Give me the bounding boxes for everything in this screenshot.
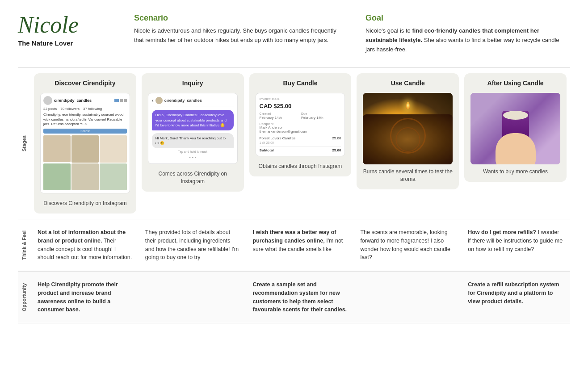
opportunity-cell-3: Create a sample set and recommendation s… [249,279,352,316]
ig-avatar [43,96,52,105]
think-cell-2: They provided lots of details about thei… [142,226,244,264]
stage-card-after: After Using Candle Wants to buy more can… [464,73,567,182]
ig-grid [43,135,127,191]
opportunity-cell-1: Help Cirendipity promote their product a… [34,279,136,316]
stages-label: Stages [21,135,27,151]
goal-text-before: Nicole's goal is to [365,27,412,34]
hand-shape [496,133,536,164]
candle-wax [503,111,528,120]
dm-avatar [155,97,163,104]
stages-row: Stages Discover Cirendipity cirendipity_… [18,68,570,219]
opportunity-cell-5: Create a refill subscription system for … [464,279,567,307]
invoice-item-price: 25.00 [332,136,341,140]
scenario-text: Nicole is adventurous and hikes regularl… [134,26,339,45]
stage-card-use: Use Candle Burns candle several times to… [357,73,459,189]
think-cell-4: The scents are memorable, looking forwar… [357,226,459,264]
invoice-subtotal-amount: 25.00 [332,148,341,152]
stage-title-after: After Using Candle [470,80,560,87]
scenario-section: Scenario Nicole is adventurous and hikes… [134,13,339,45]
opportunity-bold-1: Help Cirendipity promote their product a… [38,281,118,313]
invoice-created-col: Created February 14th [260,112,299,120]
persona-section: Nicole The Nature Lover [18,13,107,47]
think-cell-5: How do I get more refills? I wonder if t… [464,226,567,255]
invoice-dates: Created February 14th Due February 14th [260,112,341,120]
page: Nicole The Nature Lover Scenario Nicole … [0,0,588,332]
journey-table: Stages Discover Cirendipity cirendipity_… [18,67,570,323]
goal-section: Goal Nicole's goal is to find eco-friend… [365,13,570,54]
think-regular-2: They provided lots of details about thei… [145,229,239,260]
invoice-divider [260,146,341,147]
opportunity-label: Opportunity [21,283,27,311]
think-feel-label-cell: Think & Feel [18,219,30,271]
invoice-recipient-name: Mark Anderson [260,126,284,130]
think-feel-label: Think & Feel [21,230,27,260]
stage-description-use: Burns candle several times to test the a… [363,168,453,183]
stage-title-use: Use Candle [363,80,453,87]
stage-card-discover: Discover Cirendipity cirendipity_candles [34,73,136,214]
ig-following: 37 following [83,107,102,111]
stage-description-after: Wants to buy more candles [470,168,560,176]
persona-name: Nicole [18,13,107,37]
ig-account-name: cirendipity_candles [54,98,92,103]
stage-card-inquiry: Inquiry ‹ cirendipity_candles Hello, Cir… [142,73,244,192]
ig-grid-item [43,163,71,191]
dm-header: ‹ cirendipity_candles [152,97,234,106]
ig-grid-item [100,163,127,191]
header: Nicole The Nature Lover Scenario Nicole … [18,13,570,54]
stage-description-inquiry: Comes across Cirendipity on Instagram [148,170,238,185]
candle-flame [406,102,410,109]
invoice-subtotal: Subtotal 25.00 [260,148,341,152]
goal-text: Nicole's goal is to find eco-friendly ca… [365,26,570,54]
opportunity-row: Opportunity Help Cirendipity promote the… [18,272,570,323]
invoice-item-name: Forest Lovers Candles [260,136,295,140]
invoice-header-row: Invoice #001 [260,97,341,101]
invoice-created-date: February 14th [260,116,282,120]
stages-label-cell: Stages [18,68,30,219]
instagram-mockup: cirendipity_candles 22 posts 70 follower… [40,93,130,193]
dm-reply-message: Hi Mark, Sure! Thank you for reaching ou… [152,133,234,148]
invoice-due-label: Due [301,112,341,115]
ig-grid-item [100,135,127,163]
think-cell-3: I wish there was a better way of purchas… [249,226,352,255]
invoice-recipient: Recipient Mark Anderson themarkanderson@… [260,122,341,134]
stage-title-buy: Buy Candle [256,80,345,87]
dm-back-icon[interactable]: ‹ [152,97,154,104]
goal-title: Goal [365,13,570,23]
opportunity-bold-5: Create a refill subscription system for … [468,281,559,305]
invoice-type: Invoice #001 [260,97,280,101]
stage-title-discover: Discover Cirendipity [40,80,130,87]
dm-typing-dots: • • • [152,155,234,160]
ig-header: cirendipity_candles [43,96,127,105]
opportunity-label-cell: Opportunity [18,272,30,323]
stage-description-discover: Discovers Cirendipity on Instagram [40,200,130,207]
invoice-mockup: Invoice #001 CAD $25.00 Created February… [256,93,345,156]
invoice-recipient-email: themarkanderson@gmail.com [260,130,307,134]
invoice-due-date: February 14th [301,116,323,120]
stages-content: Discover Cirendipity cirendipity_candles [30,68,570,219]
scenario-title: Scenario [134,13,339,23]
dm-user-message: Hello, Cirendipity Candles! I absolutely… [152,110,234,130]
persona-title: The Nature Lover [18,39,107,47]
invoice-due-col: Due February 14th [301,112,341,120]
ig-grid-item [43,135,71,163]
think-regular-4: The scents are memorable, looking forwar… [360,229,450,260]
ig-posts: 22 posts [43,107,57,111]
invoice-subtotal-label: Subtotal [260,148,274,152]
invoice-recipient-label: Recipient [260,122,341,126]
dm-account-name: cirendipity_candles [164,98,202,103]
dm-mockup: ‹ cirendipity_candles Hello, Cirendipity… [148,93,238,164]
invoice-line-item: Forest Lovers Candles 25.00 [260,136,341,140]
opportunity-bold-3: Create a sample set and recommendation s… [253,281,347,313]
ig-followers: 70 followers [60,107,80,111]
invoice-created-label: Created [260,112,299,115]
ig-grid-item [71,163,99,191]
ig-follow-button[interactable]: Follow [43,129,127,134]
ig-stats: 22 posts 70 followers 37 following [43,107,127,111]
invoice-item-qty: 1 @ 25.00 [260,141,341,144]
candle-image [363,93,453,164]
think-cell-1: Not a lot of information about the brand… [34,226,136,264]
hand-candle-image [470,93,560,164]
stage-title-inquiry: Inquiry [148,80,238,87]
invoice-amount: CAD $25.00 [260,103,341,109]
think-bold-3: I wish there was a better way of purchas… [253,229,336,244]
